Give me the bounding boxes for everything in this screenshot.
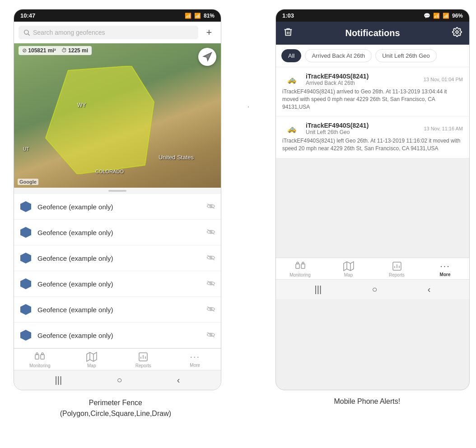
right-status-bar: 1:03 💬 📶 📶 96%	[276, 9, 469, 22]
left-caption-text: Perimeter Fence (Polygon,Circle,Square,L…	[60, 399, 171, 417]
list-item[interactable]: Geofence (example only)	[14, 194, 221, 220]
notif-info-1: iTrackEF4940S(8241) Arrived Back At 26th	[306, 73, 419, 86]
hide-icon[interactable]	[206, 254, 215, 263]
geofence-name: Geofence (example only)	[37, 280, 201, 288]
notif-body-1: iTrackEF4940S(8241) arrived to Geo 26th.…	[282, 88, 463, 111]
monitoring-icon	[34, 351, 45, 362]
right-signal-icon: 📶	[443, 13, 449, 19]
right-monitoring-icon	[295, 261, 306, 272]
right-back-button[interactable]: ‹	[428, 284, 431, 295]
right-wifi-icon: 📶	[433, 13, 440, 19]
search-icon	[23, 29, 30, 36]
right-map-icon	[343, 261, 354, 272]
svg-point-37	[302, 262, 304, 264]
map-navigation-button[interactable]	[198, 48, 216, 66]
left-bottom-nav: Monitoring Map Reports ··· More	[14, 348, 221, 370]
map-dist-stat: ⏱ 1225 mi	[61, 47, 88, 54]
left-status-bar: 10:47 📶 📶 81%	[14, 9, 221, 22]
right-recent-apps-button[interactable]: |||	[315, 284, 322, 295]
geofence-icon	[19, 226, 32, 239]
svg-marker-26	[87, 352, 97, 361]
hide-icon[interactable]	[206, 202, 215, 212]
geofence-name: Geofence (example only)	[37, 203, 201, 211]
nav-map-label: Map	[87, 363, 96, 368]
svg-point-25	[42, 353, 43, 355]
right-time: 1:03	[282, 12, 294, 19]
right-reports-icon	[392, 261, 402, 272]
notif-event-2: Unit Left 26th Geo	[306, 129, 419, 135]
notifications-toolbar: Notifications	[276, 22, 469, 45]
right-nav-reports[interactable]: Reports	[373, 261, 421, 277]
list-item[interactable]: Geofence (example only)	[14, 297, 221, 323]
hide-icon[interactable]	[206, 279, 215, 289]
list-item[interactable]: Geofence (example only)	[14, 271, 221, 297]
back-button[interactable]: ‹	[177, 375, 180, 385]
right-nav-more[interactable]: ··· More	[421, 261, 469, 277]
geofence-name: Geofence (example only)	[37, 306, 201, 314]
right-nav-map-label: Map	[344, 272, 353, 277]
hide-icon[interactable]	[206, 305, 215, 314]
chat-icon: 💬	[424, 13, 430, 19]
notif-body-2: iTrackEF4940S(8241) left Geo 26th. At 11…	[282, 137, 463, 152]
nav-reports[interactable]: Reports	[117, 351, 169, 368]
left-caption: Perimeter Fence (Polygon,Circle,Square,L…	[14, 395, 218, 419]
car-avatar-1: 🚕	[282, 73, 301, 86]
list-item[interactable]: Geofence (example only)	[14, 323, 221, 348]
notification-item-1[interactable]: 🚕 iTrackEF4940S(8241) Arrived Back At 26…	[276, 67, 469, 116]
scroll-indicator	[14, 188, 221, 194]
add-geofence-button[interactable]: +	[202, 25, 216, 40]
map-area: ⊘ 105821 mi² ⏱ 1225 mi WY United States …	[14, 43, 221, 188]
delete-button[interactable]	[283, 27, 293, 39]
map-background: ⊘ 105821 mi² ⏱ 1225 mi WY United States …	[14, 43, 221, 188]
notification-item-2[interactable]: 🚕 iTrackEF4940S(8241) Unit Left 26th Geo…	[276, 116, 469, 158]
svg-line-1	[28, 34, 30, 36]
recent-apps-button[interactable]: |||	[55, 375, 62, 385]
caption-spacer	[236, 395, 254, 419]
wifi-icon: 📶	[185, 13, 191, 19]
svg-rect-34	[296, 264, 299, 268]
left-time: 10:47	[20, 12, 35, 19]
right-battery: 96%	[452, 13, 463, 19]
right-bottom-nav: Monitoring Map Reports ··· More	[276, 258, 469, 279]
svg-marker-13	[20, 278, 31, 289]
right-more-icon: ···	[440, 261, 450, 271]
right-caption-text: Mobile Phone Alerts!	[334, 397, 400, 405]
filter-all-tab[interactable]: All	[281, 49, 301, 62]
left-phone: 10:47 📶 📶 81% Search among geofences +	[14, 9, 221, 390]
geofence-list: Geofence (example only) Geofence (exampl…	[14, 194, 221, 348]
svg-marker-4	[20, 201, 31, 212]
list-item[interactable]: Geofence (example only)	[14, 220, 221, 245]
notif-time-2: 13 Nov, 11:16 AM	[424, 126, 463, 131]
settings-button[interactable]	[452, 27, 462, 39]
car-emoji-1: 🚕	[287, 75, 296, 84]
hide-icon[interactable]	[206, 228, 215, 237]
svg-point-0	[24, 30, 28, 34]
map-label-ut: UT	[23, 147, 29, 152]
svg-rect-22	[35, 355, 39, 359]
nav-map[interactable]: Map	[66, 351, 118, 368]
right-nav-map[interactable]: Map	[324, 261, 373, 277]
right-nav-monitoring[interactable]: Monitoring	[276, 261, 324, 277]
svg-marker-38	[344, 262, 354, 271]
right-home-bar: ||| ○ ‹	[276, 279, 469, 299]
svg-marker-19	[20, 330, 31, 341]
left-battery: 81%	[204, 13, 215, 19]
list-item[interactable]: Geofence (example only)	[14, 245, 221, 271]
filter-arrived-tab[interactable]: Arrived Back At 26th	[305, 49, 372, 62]
right-nav-more-label: More	[440, 272, 451, 277]
geofence-name: Geofence (example only)	[37, 254, 201, 262]
right-nav-monitoring-label: Monitoring	[289, 272, 311, 277]
search-input-wrap[interactable]: Search among geofences	[19, 26, 198, 39]
right-home-button[interactable]: ○	[372, 284, 377, 295]
nav-monitoring-label: Monitoring	[29, 363, 51, 368]
geofence-icon	[19, 252, 32, 264]
home-button[interactable]: ○	[117, 375, 122, 385]
nav-monitoring[interactable]: Monitoring	[14, 351, 66, 368]
signal-icon: 📶	[194, 13, 201, 19]
hide-icon[interactable]	[206, 331, 215, 340]
svg-marker-16	[20, 304, 31, 315]
separator-dot: .	[239, 9, 257, 390]
map-label-co: COLORADO	[95, 169, 124, 174]
filter-left-tab[interactable]: Unit Left 26th Geo	[375, 49, 437, 62]
nav-more[interactable]: ··· More	[169, 351, 221, 368]
